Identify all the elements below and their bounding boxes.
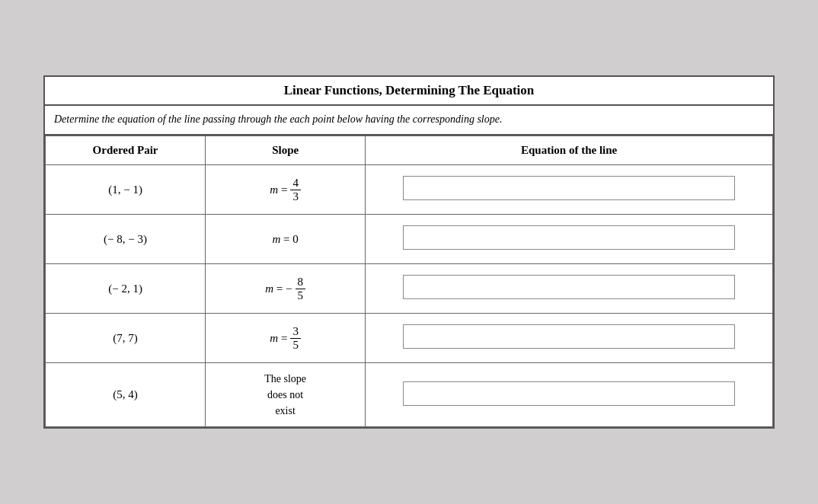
table-row: (7, 7) m = 3 5	[46, 314, 773, 363]
equation-cell-2	[366, 215, 773, 264]
answer-box-1[interactable]	[403, 176, 736, 200]
table-row: (1, − 1) m = 4 3	[46, 165, 773, 215]
answer-box-5[interactable]	[403, 381, 736, 406]
slope-display-4: m = 3 5	[213, 325, 357, 351]
denominator-4: 5	[290, 339, 301, 352]
ordered-pair-cell: (7, 7)	[46, 314, 206, 363]
equation-cell-4	[366, 314, 773, 363]
slope-display-5: The slopedoes notexist	[213, 371, 357, 419]
equation-cell-3	[366, 264, 773, 314]
table-row: (− 8, − 3) m = 0	[46, 215, 773, 264]
slope-prefix-2: m = 0	[272, 233, 298, 246]
denominator-1: 3	[290, 190, 301, 203]
ordered-pair-cell: (1, − 1)	[46, 165, 206, 215]
slope-cell-4: m = 3 5	[206, 314, 366, 363]
fraction-4: 3 5	[290, 325, 301, 351]
ordered-pair-cell: (5, 4)	[46, 363, 206, 427]
slope-cell-1: m = 4 3	[206, 165, 366, 215]
equation-cell-1	[366, 165, 773, 215]
header-ordered-pair: Ordered Pair	[46, 136, 206, 165]
numerator-4: 3	[290, 325, 301, 339]
ordered-pair-cell: (− 8, − 3)	[46, 215, 206, 264]
denominator-3: 5	[296, 289, 306, 302]
fraction-1: 4 3	[290, 177, 301, 203]
slope-cell-2: m = 0	[206, 215, 366, 264]
ordered-pair-value: (7, 7)	[113, 332, 138, 344]
table-row: (− 2, 1) m = − 8 5	[46, 264, 773, 314]
slope-display-3: m = − 8 5	[213, 276, 357, 301]
ordered-pair-value: (− 8, − 3)	[104, 233, 147, 245]
numerator-1: 4	[290, 177, 301, 190]
main-table: Ordered Pair Slope Equation of the line …	[45, 136, 773, 427]
slope-prefix-3: m = −	[265, 282, 292, 295]
instruction-text: Determine the equation of the line passi…	[45, 106, 773, 136]
equation-cell-5	[366, 363, 773, 427]
table-row: (5, 4) The slopedoes notexist	[46, 363, 773, 427]
numerator-3: 8	[296, 276, 306, 289]
ordered-pair-value: (5, 4)	[113, 388, 138, 400]
ordered-pair-value: (1, − 1)	[108, 183, 142, 196]
slope-display-2: m = 0	[213, 233, 357, 246]
slope-prefix-1: m =	[270, 183, 287, 196]
header-slope: Slope	[206, 136, 366, 165]
slope-prefix-4: m =	[270, 332, 287, 345]
worksheet: Linear Functions, Determining The Equati…	[43, 75, 775, 429]
slope-display-1: m = 4 3	[213, 177, 357, 203]
header-equation: Equation of the line	[366, 136, 773, 165]
ordered-pair-value: (− 2, 1)	[108, 282, 142, 295]
slope-text-5: The slopedoes notexist	[264, 373, 306, 416]
page-title: Linear Functions, Determining The Equati…	[45, 77, 773, 106]
answer-box-3[interactable]	[403, 275, 736, 299]
slope-cell-3: m = − 8 5	[206, 264, 366, 314]
slope-cell-5: The slopedoes notexist	[206, 363, 366, 427]
answer-box-2[interactable]	[403, 225, 736, 250]
table-header-row: Ordered Pair Slope Equation of the line	[46, 136, 773, 165]
ordered-pair-cell: (− 2, 1)	[46, 264, 206, 314]
answer-box-4[interactable]	[403, 324, 736, 349]
fraction-3: 8 5	[296, 276, 306, 301]
